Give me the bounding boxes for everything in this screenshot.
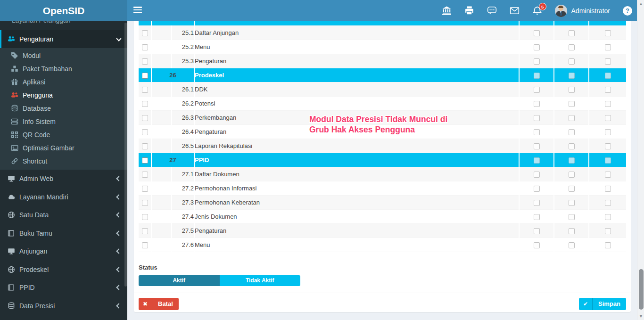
scroll-up-arrow[interactable]: ▲ [637,0,644,7]
permission-checkbox[interactable] [569,101,575,107]
scrollbar-thumb[interactable] [639,269,644,310]
row-select-checkbox[interactable] [142,129,148,135]
permission-checkbox[interactable] [569,172,575,178]
permission-checkbox[interactable] [534,214,540,220]
permission-checkbox[interactable] [534,73,540,79]
permission-checkbox[interactable] [569,214,575,220]
permission-checkbox[interactable] [534,242,540,248]
permission-checkbox[interactable] [534,101,540,107]
sidebar-item-database[interactable]: Database [0,102,127,115]
permission-checkbox[interactable] [534,200,540,206]
permission-checkbox[interactable] [569,87,575,93]
row-select-checkbox[interactable] [142,101,148,107]
sidebar-item-buku-tamu[interactable]: Buku Tamu [0,224,127,243]
sidebar-item-qr-code[interactable]: QR Code [0,128,127,141]
permission-checkbox[interactable] [605,200,611,206]
sidebar-item-paket-tambahan[interactable]: Paket Tambahan [0,62,127,75]
permission-checkbox[interactable] [605,87,611,93]
notifications-bell-icon[interactable]: 5 [532,6,542,16]
row-select-checkbox[interactable] [142,242,148,248]
sidebar-item-prodeskel[interactable]: Prodeskel [0,261,127,279]
sidebar-toggle-button[interactable] [133,7,142,14]
permission-checkbox[interactable] [569,129,575,135]
permission-checkbox[interactable] [605,172,611,178]
sidebar-item-aplikasi[interactable]: Aplikasi [0,75,127,89]
permission-checkbox[interactable] [569,44,575,50]
permission-checkbox[interactable] [534,228,540,234]
help-icon[interactable]: ? [623,6,632,16]
sidebar-item-modul[interactable]: Modul [0,49,127,62]
permission-checkbox[interactable] [605,101,611,107]
print-icon[interactable] [464,6,474,16]
sidebar-item-anjungan[interactable]: Anjungan [0,242,127,261]
permission-checkbox[interactable] [534,30,540,36]
permission-checkbox[interactable] [605,214,611,220]
sidebar-item-layanan-mandiri[interactable]: Layanan Mandiri [0,188,127,206]
permission-checkbox[interactable] [605,73,611,79]
permission-checkbox[interactable] [569,73,575,79]
row-select-checkbox[interactable] [142,214,148,220]
row-select-checkbox[interactable] [142,73,148,79]
sidebar-item-satu-data[interactable]: Satu Data [0,206,127,224]
permission-checkbox[interactable] [569,30,575,36]
sidebar-item-pengguna[interactable]: Pengguna [0,89,127,102]
permission-checkbox[interactable] [569,157,575,164]
notification-badge[interactable]: 5 [539,3,546,10]
user-menu[interactable]: Administrator [555,5,610,17]
sidebar-item-pengaturan[interactable]: Pengaturan [0,30,127,48]
sidebar-item-admin-web[interactable]: Admin Web [0,170,127,188]
permission-checkbox[interactable] [569,186,575,192]
permission-checkbox[interactable] [605,44,611,50]
cancel-button[interactable]: ✖ Batal [139,298,179,310]
sidebar-item-ppid[interactable]: PPID [0,279,127,297]
permission-checkbox[interactable] [569,200,575,206]
sidebar-item-optimasi-gambar[interactable]: Optimasi Gambar [0,141,127,155]
sidebar-scrollbar[interactable] [124,23,127,287]
row-select-checkbox[interactable] [142,115,148,121]
sidebar-item-shortcut[interactable]: Shortcut [0,155,127,168]
permission-checkbox[interactable] [605,186,611,192]
row-select-checkbox[interactable] [142,30,148,36]
permission-checkbox[interactable] [534,186,540,192]
row-select-checkbox[interactable] [142,200,148,206]
sidebar-item-data-presisi[interactable]: Data Presisi [0,297,127,315]
permission-checkbox[interactable] [569,58,575,65]
bank-icon[interactable] [442,6,452,16]
permission-checkbox[interactable] [569,242,575,248]
permission-checkbox[interactable] [534,172,540,178]
row-select-checkbox[interactable] [142,228,148,234]
status-aktif-button[interactable]: Aktif [139,275,220,286]
permission-checkbox[interactable] [534,157,540,164]
permission-checkbox[interactable] [569,115,575,121]
permission-checkbox[interactable] [569,228,575,234]
permission-checkbox[interactable] [569,143,575,149]
permission-checkbox[interactable] [534,87,540,93]
permission-checkbox[interactable] [605,58,611,65]
row-select-checkbox[interactable] [142,172,148,178]
permission-checkbox[interactable] [605,129,611,135]
sidebar-item-info-sistem[interactable]: Info Sistem [0,115,127,128]
permission-checkbox[interactable] [534,115,540,121]
row-select-checkbox[interactable] [142,143,148,149]
save-button[interactable]: ✔ Simpan [579,298,626,310]
permission-checkbox[interactable] [605,228,611,234]
mail-icon[interactable] [510,6,520,16]
row-select-checkbox[interactable] [142,58,148,65]
status-tidak-aktif-button[interactable]: Tidak Aktif [220,275,301,286]
permission-checkbox[interactable] [534,129,540,135]
row-select-checkbox[interactable] [142,186,148,192]
app-logo[interactable]: OpenSID [0,0,127,21]
scroll-down-arrow[interactable]: ▼ [637,313,644,320]
permission-checkbox[interactable] [605,242,611,248]
page-scrollbar[interactable]: ▲ ▼ [637,0,644,320]
chat-icon[interactable] [487,6,497,16]
permission-checkbox[interactable] [605,30,611,36]
row-select-checkbox[interactable] [142,87,148,93]
row-select-checkbox[interactable] [142,44,148,50]
permission-checkbox[interactable] [534,58,540,65]
permission-checkbox[interactable] [605,143,611,149]
permission-checkbox[interactable] [605,157,611,164]
permission-checkbox[interactable] [534,44,540,50]
permission-checkbox[interactable] [534,143,540,149]
permission-checkbox[interactable] [605,115,611,121]
